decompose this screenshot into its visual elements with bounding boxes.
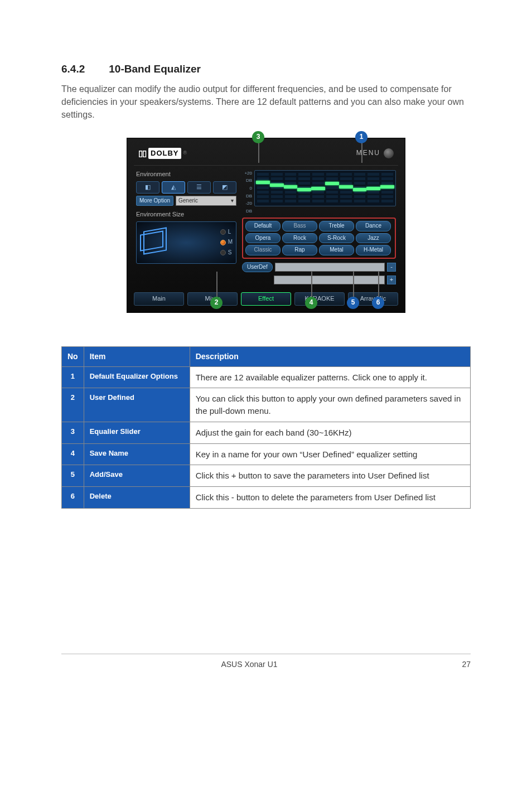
environment-presets: ◧ ◭ ☰ ◩ <box>136 181 236 194</box>
table-row: 3 Equalier Slider Adjust the gain for ea… <box>62 422 471 443</box>
more-option-button[interactable]: More Option <box>136 196 173 206</box>
section-heading: 6.4.2 10-Band Equalizer <box>61 61 471 77</box>
tab-karaoke[interactable]: KARAOKE <box>294 292 345 306</box>
userdef-dropdown[interactable] <box>275 263 385 272</box>
preset-bass[interactable]: Bass <box>282 221 317 231</box>
environment-size-title: Environment Size <box>136 210 236 219</box>
delete-button[interactable]: - <box>387 263 396 272</box>
preset-grid: Default Bass Treble Dance Opera Rock S-R… <box>242 218 396 259</box>
screenshot-figure: 1 2 3 4 5 6 ▯▯ DOLBY ® MENU Environment … <box>127 138 405 313</box>
env-preset-4[interactable]: ◩ <box>213 181 236 194</box>
eq-band-slider[interactable] <box>367 173 379 204</box>
table-row: 4 Save Name Key in a name for your own “… <box>62 443 471 465</box>
table-row: 6 Delete Click this - button to delete t… <box>62 487 471 509</box>
room-size-widget: L M S <box>136 221 236 264</box>
eq-band-slider[interactable] <box>381 173 393 204</box>
dropdown-value: Generic <box>178 196 198 205</box>
tab-main[interactable]: Main <box>134 292 184 306</box>
eq-band-slider[interactable] <box>257 173 269 204</box>
section-title: 10-Band Equalizer <box>109 63 201 75</box>
footer-product: ASUS Xonar U1 <box>221 659 277 670</box>
eq-band-slider[interactable] <box>298 173 310 204</box>
eq-band-slider[interactable] <box>312 173 324 204</box>
table-row: 5 Add/Save Click this + button to save t… <box>62 465 471 487</box>
section-intro: The equalizer can modify the audio outpu… <box>61 83 471 122</box>
preset-metal[interactable]: Metal <box>319 245 354 255</box>
preset-hmetal[interactable]: H-Metal <box>356 245 391 255</box>
userdef-button[interactable]: UserDef <box>242 262 273 273</box>
env-preset-1[interactable]: ◧ <box>136 181 159 194</box>
eq-band-slider[interactable] <box>285 173 297 204</box>
env-preset-3[interactable]: ☰ <box>187 181 211 194</box>
save-name-input[interactable] <box>274 276 385 284</box>
chevron-down-icon: ▾ <box>231 196 234 205</box>
room-cube-icon <box>140 229 167 256</box>
preset-rap[interactable]: Rap <box>282 245 317 255</box>
dolby-text: DOLBY <box>148 148 181 160</box>
add-save-button[interactable]: + <box>387 276 396 284</box>
preset-rock[interactable]: Rock <box>282 233 317 244</box>
callout-1: 1 <box>355 131 367 143</box>
equalizer-block: +20DB 0DB -20DB <box>242 170 396 215</box>
environment-dropdown[interactable]: Generic ▾ <box>176 196 236 206</box>
size-medium[interactable]: M <box>220 238 233 247</box>
equalizer-sliders <box>254 170 396 206</box>
callout-6: 6 <box>372 297 384 309</box>
table-row: 2 User Defined You can click this button… <box>62 388 471 422</box>
eq-band-slider[interactable] <box>326 173 338 204</box>
panel-top-bar: ▯▯ DOLBY ® MENU <box>134 145 398 166</box>
preset-srock[interactable]: S-Rock <box>319 233 354 244</box>
eq-axis: +20DB 0DB -20DB <box>242 170 252 215</box>
page-footer: ASUS Xonar U1 27 <box>61 654 471 670</box>
size-small[interactable]: S <box>220 249 233 257</box>
dolby-logo: ▯▯ DOLBY ® <box>138 147 187 160</box>
eq-band-slider[interactable] <box>271 173 283 204</box>
callout-2: 2 <box>210 297 223 309</box>
eq-band-slider[interactable] <box>354 173 366 204</box>
preset-default[interactable]: Default <box>245 221 280 231</box>
size-large[interactable]: L <box>220 228 233 236</box>
env-preset-2[interactable]: ◭ <box>162 181 185 194</box>
menu-orb-icon <box>384 148 394 158</box>
preset-classic[interactable]: Classic <box>245 245 280 255</box>
menu-label: MENU <box>356 148 380 158</box>
callout-3: 3 <box>252 131 264 143</box>
col-desc: Description <box>190 347 470 366</box>
audio-panel: ▯▯ DOLBY ® MENU Environment ◧ ◭ ☰ ◩ More… <box>127 138 405 313</box>
col-item: Item <box>84 347 190 366</box>
tab-effect[interactable]: Effect <box>241 292 291 306</box>
col-no: No <box>62 347 84 366</box>
callout-5: 5 <box>347 297 359 309</box>
eq-band-slider[interactable] <box>340 173 352 204</box>
table-row: 1 Default Equalizer Options There are 12… <box>62 366 471 388</box>
environment-title: Environment <box>136 170 236 179</box>
footer-page: 27 <box>437 659 471 670</box>
description-table: No Item Description 1 Default Equalizer … <box>61 346 471 509</box>
preset-dance[interactable]: Dance <box>356 221 391 231</box>
preset-jazz[interactable]: Jazz <box>356 233 391 244</box>
preset-opera[interactable]: Opera <box>245 233 280 244</box>
registered-icon: ® <box>183 149 187 157</box>
callout-4: 4 <box>305 297 317 309</box>
section-number: 6.4.2 <box>61 61 106 77</box>
preset-treble[interactable]: Treble <box>319 221 354 231</box>
dolby-icon: ▯▯ <box>138 147 146 160</box>
